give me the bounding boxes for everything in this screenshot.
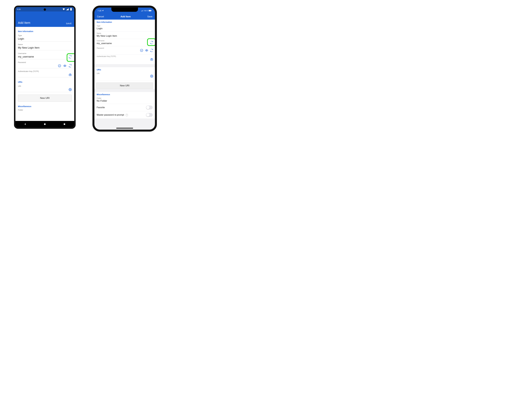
signal-icon [141, 10, 143, 11]
uri-value [18, 88, 72, 91]
totp-value [97, 58, 153, 61]
svg-rect-10 [142, 10, 142, 11]
check-password-icon[interactable] [58, 64, 61, 67]
section-item-information: Item Information [18, 30, 72, 32]
svg-rect-9 [141, 11, 142, 11]
status-time: 7:18 [97, 9, 101, 12]
iphone-screen: 7:18 5G E Cancel Add Item Save Item Info… [95, 8, 155, 130]
favorite-toggle[interactable] [146, 106, 153, 110]
svg-point-6 [70, 89, 71, 90]
svg-rect-12 [143, 10, 143, 11]
gear-icon[interactable] [69, 88, 72, 91]
ios-content: Item Information Type Login Name My New … [95, 19, 155, 130]
name-field[interactable]: Name My New Login Item [18, 43, 72, 50]
section-misc: Miscellaneous [18, 105, 72, 108]
svg-rect-11 [142, 10, 143, 11]
svg-point-3 [65, 65, 65, 66]
type-field[interactable]: Type Login [18, 34, 72, 41]
svg-rect-1 [71, 8, 71, 8]
svg-point-20 [151, 76, 152, 76]
totp-field[interactable]: Authenticator Key (TOTP) [18, 70, 72, 77]
new-uri-button[interactable]: New URI [18, 95, 72, 102]
folder-label: Folder [18, 109, 72, 111]
gear-icon[interactable] [150, 74, 153, 78]
generate-username-icon[interactable] [150, 41, 153, 44]
section-uris: URIs [95, 67, 155, 72]
help-icon[interactable]: ? [125, 114, 128, 116]
recent-icon[interactable] [63, 123, 66, 126]
name-value: My New Login Item [18, 46, 72, 49]
totp-field[interactable]: Authenticator Key (TOTP) [95, 55, 155, 64]
totp-label: Authenticator Key (TOTP) [97, 56, 153, 57]
status-right [62, 8, 73, 11]
folder-value: No Folder [97, 100, 153, 102]
name-field[interactable]: Name My New Login Item [95, 31, 155, 39]
page-title: Add Item [121, 15, 131, 18]
svg-point-19 [151, 59, 152, 60]
generate-username-icon[interactable] [69, 55, 72, 58]
camera-icon[interactable] [150, 58, 153, 61]
android-title-bar: Add Item SAVE [15, 11, 74, 27]
folder-label: Folder [97, 97, 153, 99]
uri-label: URI [18, 85, 72, 87]
username-field[interactable]: Username my_username [18, 52, 72, 59]
svg-rect-18 [151, 59, 153, 60]
generate-password-icon[interactable] [150, 49, 153, 52]
name-value: My New Login Item [97, 35, 153, 38]
username-field[interactable]: Username my_username [95, 39, 155, 46]
new-uri-button[interactable]: New URI [96, 83, 153, 89]
svg-point-5 [70, 74, 71, 75]
uri-field[interactable]: URI [18, 85, 72, 92]
android-nav-bar [15, 121, 74, 127]
section-misc: Miscellaneous [95, 92, 155, 96]
section-uris: URIs [18, 81, 72, 83]
username-value: my_username [18, 55, 72, 58]
password-field[interactable]: Password [95, 46, 155, 55]
toggle-visibility-icon[interactable] [145, 49, 148, 52]
save-button[interactable]: Save [147, 15, 152, 18]
password-field[interactable]: Password [18, 61, 72, 68]
svg-rect-4 [69, 74, 71, 76]
uri-value [97, 75, 153, 78]
save-button[interactable]: SAVE [66, 22, 72, 25]
svg-point-17 [146, 50, 147, 51]
check-password-icon[interactable] [140, 49, 143, 52]
svg-rect-0 [70, 8, 72, 10]
svg-point-7 [44, 123, 46, 125]
type-label: Type [97, 25, 153, 27]
name-label: Name [18, 43, 72, 46]
toggle-visibility-icon[interactable] [63, 64, 66, 67]
type-field[interactable]: Type Login [95, 24, 155, 31]
section-item-information: Item Information [95, 19, 155, 24]
totp-label: Authenticator Key (TOTP) [18, 70, 72, 72]
notch [111, 8, 138, 12]
iphone-frame: 7:18 5G E Cancel Add Item Save Item Info… [93, 6, 157, 131]
home-indicator[interactable] [116, 128, 133, 129]
ios-title-bar: Cancel Add Item Save [95, 14, 155, 19]
wifi-icon [62, 8, 65, 11]
username-label: Username [97, 40, 153, 42]
android-content: Item Information Type Login Name My New … [15, 27, 74, 121]
name-label: Name [97, 32, 153, 34]
reprompt-toggle[interactable] [146, 113, 153, 117]
totp-value [18, 73, 72, 76]
folder-field[interactable]: Folder No Folder [95, 96, 155, 104]
android-phone-frame: 5:20 Add Item SAVE Item Information Type… [14, 6, 76, 129]
cancel-button[interactable]: Cancel [97, 15, 104, 18]
page-title: Add Item [18, 21, 30, 25]
home-icon[interactable] [43, 123, 46, 126]
generate-password-icon[interactable] [69, 64, 72, 67]
svg-rect-15 [152, 10, 152, 11]
uri-field[interactable]: URI [95, 72, 155, 81]
type-value: Login [18, 37, 72, 40]
svg-rect-8 [64, 123, 65, 125]
reprompt-row: Master password re-prompt ? [95, 111, 155, 119]
network-label: 5G E [144, 10, 148, 11]
uri-label: URI [97, 73, 153, 74]
camera-icon[interactable] [69, 73, 72, 76]
back-icon[interactable] [24, 123, 27, 126]
camera-hole [44, 8, 46, 11]
battery-icon [149, 10, 152, 11]
favorite-label: Favorite [97, 106, 105, 109]
battery-icon [69, 8, 73, 11]
